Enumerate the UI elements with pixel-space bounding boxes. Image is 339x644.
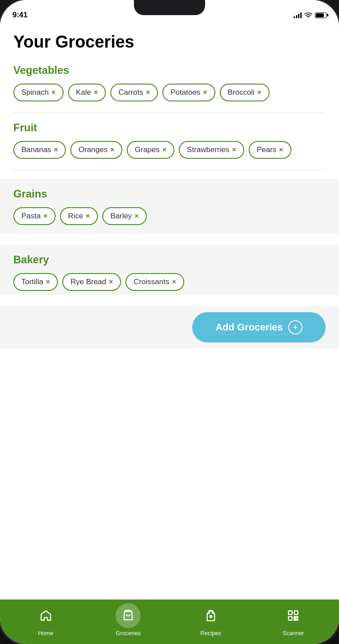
section-bakery: Bakery Tortilla× Rye Bread× Croissants× (0, 245, 339, 295)
phone-frame: 9:41 (0, 0, 339, 644)
svg-rect-4 (295, 611, 298, 614)
tag-oranges[interactable]: Oranges× (70, 141, 122, 159)
cta-area: Add Groceries + (0, 306, 339, 349)
battery-icon (315, 12, 327, 18)
add-plus-icon: + (288, 320, 303, 334)
remove-kale-icon[interactable]: × (94, 89, 98, 96)
section-grains: Grains Pasta× Rice× Barley× (0, 179, 339, 234)
section-title-vegetables: Vegetables (13, 64, 326, 76)
groceries-icon (122, 609, 134, 622)
tag-potatoes[interactable]: Potatoes× (162, 84, 215, 101)
status-time: 9:41 (12, 11, 28, 20)
groceries-icon-wrap (116, 603, 141, 628)
remove-rice-icon[interactable]: × (86, 213, 90, 220)
recipes-icon-wrap (198, 603, 223, 628)
wifi-icon (304, 12, 312, 18)
remove-bananas-icon[interactable]: × (54, 146, 58, 153)
tag-bananas[interactable]: Bananas× (13, 141, 66, 159)
add-groceries-label: Add Groceries (215, 322, 283, 333)
remove-broccoli-icon[interactable]: × (257, 89, 261, 96)
tag-rye-bread[interactable]: Rye Bread× (62, 273, 121, 291)
section-title-bakery: Bakery (13, 254, 326, 266)
tags-grains: Pasta× Rice× Barley× (13, 207, 326, 225)
tags-fruit: Bananas× Oranges× Grapes× Strawberries× … (13, 141, 326, 159)
section-vegetables: Vegetables Spinach× Kale× Carrots× Potat… (13, 64, 326, 101)
tag-barley[interactable]: Barley× (102, 207, 147, 225)
status-icons (294, 12, 327, 18)
home-icon-wrap (33, 603, 58, 628)
section-title-grains: Grains (13, 188, 326, 200)
tag-broccoli[interactable]: Broccoli× (220, 84, 270, 101)
notch (134, 0, 205, 15)
tag-croissants[interactable]: Croissants× (125, 273, 184, 291)
scanner-icon-wrap (281, 603, 306, 628)
tag-spinach[interactable]: Spinach× (13, 84, 64, 101)
tab-scanner-label: Scanner (282, 630, 304, 636)
remove-spinach-icon[interactable]: × (51, 89, 55, 96)
remove-oranges-icon[interactable]: × (110, 146, 114, 153)
remove-croissants-icon[interactable]: × (172, 278, 176, 286)
home-icon (40, 609, 52, 622)
remove-tortilla-icon[interactable]: × (46, 278, 50, 286)
svg-rect-3 (289, 611, 292, 614)
remove-strawberries-icon[interactable]: × (232, 146, 236, 153)
section-title-fruit: Fruit (13, 121, 326, 134)
tag-pasta[interactable]: Pasta× (13, 207, 56, 225)
tag-tortilla[interactable]: Tortilla× (13, 273, 58, 291)
remove-pasta-icon[interactable]: × (43, 213, 47, 220)
page-title: Your Groceries (13, 33, 326, 52)
remove-rye-bread-icon[interactable]: × (109, 278, 113, 286)
tab-bar: Home Groceries (0, 600, 339, 644)
tab-recipes[interactable]: Recipes (193, 603, 229, 636)
tag-carrots[interactable]: Carrots× (110, 84, 158, 101)
tag-pears[interactable]: Pears× (249, 141, 291, 159)
remove-carrots-icon[interactable]: × (146, 89, 150, 96)
phone-screen: 9:41 (0, 0, 339, 644)
tag-kale[interactable]: Kale× (68, 84, 106, 101)
tab-groceries-label: Groceries (116, 630, 141, 636)
tag-strawberries[interactable]: Strawberries× (179, 141, 244, 159)
tab-recipes-label: Recipes (200, 630, 221, 636)
tab-scanner[interactable]: Scanner (275, 603, 311, 636)
tags-vegetables: Spinach× Kale× Carrots× Potatoes× Brocco… (13, 84, 326, 101)
remove-pears-icon[interactable]: × (279, 146, 283, 153)
tags-bakery: Tortilla× Rye Bread× Croissants× (13, 273, 326, 291)
add-groceries-button[interactable]: Add Groceries + (192, 312, 326, 342)
scanner-icon (287, 609, 299, 622)
tab-groceries[interactable]: Groceries (110, 603, 146, 636)
divider-2 (13, 169, 326, 170)
tab-home-label: Home (38, 630, 53, 636)
tag-rice[interactable]: Rice× (60, 207, 98, 225)
tag-grapes[interactable]: Grapes× (127, 141, 174, 159)
tab-home[interactable]: Home (28, 603, 64, 636)
svg-point-2 (210, 616, 212, 618)
remove-potatoes-icon[interactable]: × (203, 89, 207, 96)
divider-1 (13, 112, 326, 113)
recipes-icon (205, 609, 217, 622)
section-fruit: Fruit Bananas× Oranges× Grapes× Strawber… (13, 121, 326, 159)
svg-rect-5 (289, 616, 292, 620)
signal-bars-icon (294, 12, 302, 18)
remove-grapes-icon[interactable]: × (162, 146, 166, 153)
scroll-content[interactable]: Your Groceries Vegetables Spinach× Kale×… (0, 24, 339, 600)
remove-barley-icon[interactable]: × (134, 213, 138, 220)
svg-point-0 (308, 17, 309, 18)
